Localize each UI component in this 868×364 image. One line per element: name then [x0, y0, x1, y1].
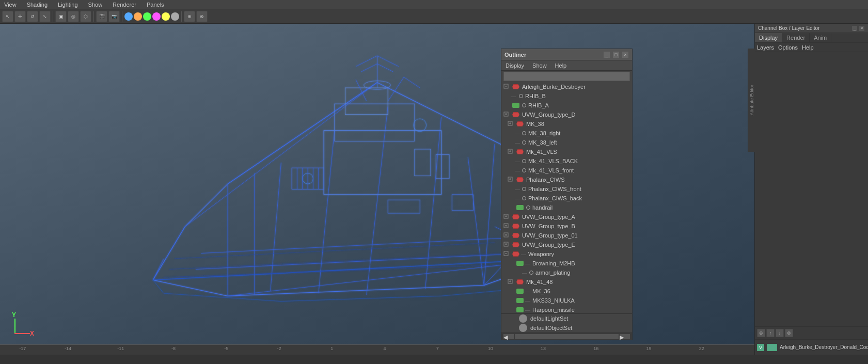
tree-item-harpoon[interactable]: — Harpoon_missile — [501, 305, 632, 313]
toolbar-snap2[interactable]: ⊗ — [196, 11, 208, 22]
icon-mk36 — [516, 288, 524, 294]
tree-item-mk41-back[interactable]: — Mk_41_VLS_BACK — [501, 156, 632, 166]
outliner-search-input[interactable] — [503, 72, 630, 81]
light-set-icon — [519, 314, 527, 323]
menu-shading[interactable]: Shading — [25, 2, 50, 8]
tree-item-mk38-left[interactable]: — MK_38_left — [501, 138, 632, 147]
channel-box-menus: Layers Options Help — [755, 43, 868, 52]
toolbar-snap[interactable]: ⊕ — [184, 11, 195, 22]
svg-line-7 — [319, 131, 335, 293]
outliner-hscrollbar[interactable]: ◀ ▶ — [501, 333, 632, 340]
tree-item-uvw-01[interactable]: UVW_Group_type_01 — [501, 231, 632, 240]
svg-line-31 — [201, 238, 521, 254]
toolbar-cam[interactable]: 📷 — [108, 11, 120, 22]
expand-phalanx[interactable] — [508, 177, 515, 183]
expand-mk41[interactable] — [508, 149, 515, 155]
expand-uvw-d[interactable] — [503, 112, 511, 118]
tree-item-phalanx[interactable]: Phalanx_CIWS — [501, 175, 632, 184]
layer-color-swatch — [767, 344, 777, 351]
tree-item-phalanx-back[interactable]: — Phalanx_CIWS_back — [501, 194, 632, 203]
tree-item-uvw-e[interactable]: UVW_Group_type_E — [501, 240, 632, 249]
tree-item-mk41-front[interactable]: — Mk_41_VLS_front — [501, 166, 632, 175]
ch-menu-options[interactable]: Options — [778, 44, 798, 51]
channel-box-close[interactable]: × — [859, 25, 865, 31]
toolbar-scale[interactable]: ⤡ — [39, 11, 51, 22]
tree-item-handrail[interactable]: handrail — [501, 203, 632, 212]
tab-render[interactable]: Render — [782, 33, 810, 42]
tree-item-weaponry[interactable]: — Weaponry — [501, 249, 632, 259]
ruler-mark-9: 10 — [488, 346, 493, 351]
menu-lighting[interactable]: Lighting — [56, 2, 80, 8]
toolbar-select[interactable]: ↖ — [2, 11, 13, 22]
expand-weaponry[interactable] — [503, 251, 511, 257]
outliner-maximize-btn[interactable]: □ — [612, 51, 620, 58]
tree-item-uvw-b[interactable]: UVW_Group_type_B — [501, 221, 632, 231]
tree-item-rhib-a[interactable]: RHIB_A — [501, 101, 632, 110]
menu-panels[interactable]: Panels — [145, 2, 166, 8]
outliner-menu-display[interactable]: Display — [503, 62, 526, 69]
tab-anim[interactable]: Anim — [810, 33, 831, 42]
expand-uvw-01[interactable] — [503, 232, 511, 239]
toolbar-subdiv[interactable]: ⬡ — [80, 11, 91, 22]
tree-item-mk41-48[interactable]: Mk_41_48 — [501, 277, 632, 287]
hscroll-right-btn[interactable]: ▶ — [620, 334, 630, 339]
expand-uvw-a[interactable] — [503, 214, 511, 220]
outliner-tree[interactable]: Arleigh_Burke_Destroyer — RHIB_B RHIB_A — [501, 82, 632, 313]
svg-point-21 — [414, 119, 427, 132]
expand-mk38[interactable] — [508, 121, 515, 127]
tree-item-phalanx-front[interactable]: — Phalanx_CIWS_front — [501, 184, 632, 194]
tree-item-arleigh-burke[interactable]: Arleigh_Burke_Destroyer — [501, 82, 632, 91]
tree-item-mk36[interactable]: — MK_36 — [501, 287, 632, 296]
viewport-3d[interactable]: Y X -17 -14 -11 -8 -5 -2 1 4 7 10 13 16 — [0, 24, 754, 355]
side-attribute-editor-tab[interactable]: Attribute Editor — [748, 49, 755, 152]
label-uvw-e: UVW_Group_type_E — [522, 242, 575, 248]
default-light-set-item[interactable]: defaultLightSet — [501, 314, 632, 323]
tree-item-mk38[interactable]: MK_38 — [501, 119, 632, 129]
layer-btn-1[interactable]: ⊕ — [757, 329, 765, 337]
tree-item-armor[interactable]: — armor_plating — [501, 268, 632, 277]
layer-visibility-check[interactable]: V — [757, 344, 764, 351]
outliner-minimize-btn[interactable]: _ — [603, 51, 610, 58]
tab-display[interactable]: Display — [755, 33, 782, 42]
ch-menu-layers[interactable]: Layers — [757, 44, 774, 51]
default-object-set-item[interactable]: defaultObjectSet — [501, 323, 632, 333]
icon-rhib-a — [512, 102, 520, 108]
expand-uvw-e[interactable] — [503, 242, 511, 248]
tree-item-mk41-vls[interactable]: Mk_41_VLS — [501, 147, 632, 156]
toolbar-poly[interactable]: ▣ — [55, 11, 67, 22]
ruler-mark-0: -17 — [19, 346, 26, 351]
outliner-close-btn[interactable]: × — [622, 51, 629, 58]
hscroll-left-btn[interactable]: ◀ — [503, 334, 514, 339]
layer-btn-4[interactable]: ⊗ — [785, 329, 793, 337]
expand-mk41-48[interactable] — [508, 279, 515, 285]
tree-item-rhib-b[interactable]: — RHIB_B — [501, 91, 632, 101]
ch-menu-help[interactable]: Help — [802, 44, 814, 51]
layer-item-1[interactable]: V Arleigh_Burke_Destroyer_Donald_Cook_DD… — [757, 344, 868, 351]
ruler-mark-7: 4 — [384, 346, 386, 351]
outliner-menu-help[interactable]: Help — [553, 62, 569, 69]
toolbar-render[interactable]: 🎬 — [96, 11, 107, 22]
expand-uvw-b[interactable] — [503, 223, 511, 229]
svg-rect-50 — [415, 149, 431, 176]
svg-line-18 — [361, 64, 377, 72]
toolbar-nurbs[interactable]: ◎ — [68, 11, 79, 22]
tree-item-browning[interactable]: — Browning_M2HB — [501, 259, 632, 268]
menu-show[interactable]: Show — [86, 2, 105, 8]
tree-item-mks33[interactable]: — MKS33_NIULKA — [501, 296, 632, 305]
label-uvw-a: UVW_Group_type_A — [522, 214, 575, 220]
outliner-menu-show[interactable]: Show — [530, 62, 549, 69]
layer-btn-3[interactable]: ↓ — [776, 329, 784, 337]
tree-item-uvw-a[interactable]: UVW_Group_type_A — [501, 212, 632, 221]
expand-icon-arleigh[interactable] — [503, 84, 511, 90]
toolbar-move[interactable]: ✛ — [14, 11, 26, 22]
icon-uvw-e — [512, 242, 520, 248]
tree-item-mk38-right[interactable]: — MK_38_right — [501, 129, 632, 138]
toolbar-rotate[interactable]: ↺ — [27, 11, 38, 22]
menu-renderer[interactable]: Renderer — [111, 2, 138, 8]
layer-btn-2[interactable]: ↑ — [766, 329, 775, 337]
menu-view[interactable]: View — [2, 2, 19, 8]
color-circle-3 — [143, 12, 151, 21]
channel-box-minimize[interactable]: _ — [851, 25, 858, 31]
tree-item-uvw-d[interactable]: UVW_Group_type_D — [501, 110, 632, 119]
hscroll-track[interactable] — [515, 334, 619, 339]
